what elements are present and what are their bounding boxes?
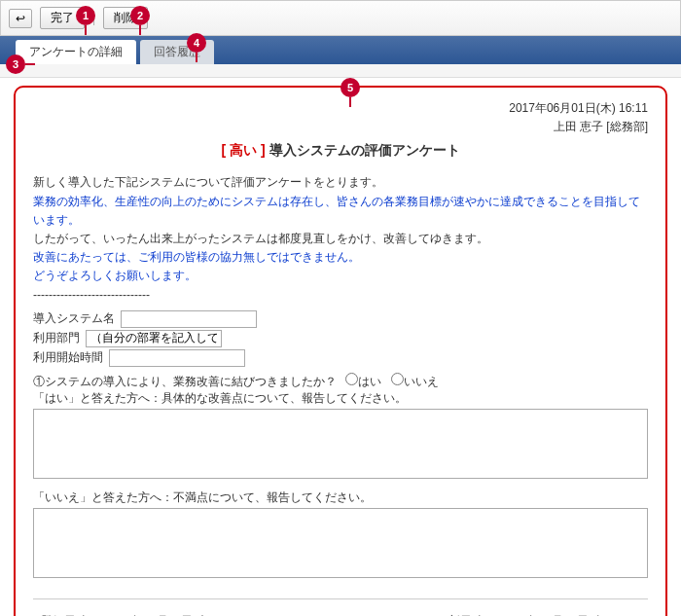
priority-tag: [ 高い ] [222,142,266,158]
created-datetime: 2017年06月01日(木) 16:11 [33,99,648,118]
start-time-label: 利用開始時間 [33,349,103,366]
dept-input[interactable] [86,330,222,347]
desc-line: どうぞよろしくお願いします。 [33,267,648,285]
author-name: 上田 恵子 [総務部] [33,118,648,136]
radio-no-label[interactable]: いいえ [391,373,439,390]
start-time-input[interactable] [109,349,245,367]
survey-title: [ 高い ] 導入システムの評価アンケート [33,142,648,160]
title-text: 導入システムの評価アンケート [269,142,460,158]
callout-badge-1: 1 [76,6,95,25]
callout-badge-2: 2 [130,6,150,25]
no-detail-textarea[interactable] [33,508,648,578]
system-name-input[interactable] [121,310,257,328]
footer-meta: 登録日時 ： 2017年06月01日(木) 15:50 更新日時 ： 2017年… [33,598,648,616]
yes-detail-textarea[interactable] [33,409,648,479]
top-toolbar: ↩ 完了 | 削除 [0,0,681,36]
yes-detail-label: 「はい」と答えた方へ：具体的な改善点について、報告してください。 [33,390,648,407]
radio-no[interactable] [391,373,404,385]
callout-badge-5: 5 [340,78,360,97]
desc-line: したがって、いったん出来上がったシステムは都度見直しをかけ、改善してゆきます。 [33,230,648,248]
desc-line: 業務の効率化、生産性の向上のためにシステムは存在し、皆さんの各業務目標が速やかに… [33,193,648,230]
tab-bar: アンケートの詳細 回答履歴 [0,36,681,64]
radio-yes-label[interactable]: はい [345,373,381,390]
desc-line: 改善にあたっては、ご利用の皆様の協力無しではできません。 [33,248,648,267]
callout-badge-4: 4 [187,33,206,53]
radio-yes[interactable] [345,373,358,385]
desc-line: 新しく導入した下記システムについて評価アンケートをとります。 [33,173,648,192]
system-name-label: 導入システム名 [33,310,115,327]
dept-label: 利用部門 [33,330,80,346]
tab-detail[interactable]: アンケートの詳細 [16,40,136,64]
detail-panel: 2017年06月01日(木) 16:11 上田 恵子 [総務部] [ 高い ] … [14,86,667,616]
sub-toolbar [0,64,681,78]
description: 新しく導入した下記システムについて評価アンケートをとります。 業務の効率化、生産… [33,173,648,304]
callout-badge-3: 3 [6,54,25,74]
back-button[interactable]: ↩ [9,9,32,28]
question-1: ①システムの導入により、業務改善に結びつきましたか？ [33,375,337,388]
desc-separator: ------------------------------ [33,286,648,305]
no-detail-label: 「いいえ」と答えた方へ：不満点について、報告してください。 [33,489,648,506]
